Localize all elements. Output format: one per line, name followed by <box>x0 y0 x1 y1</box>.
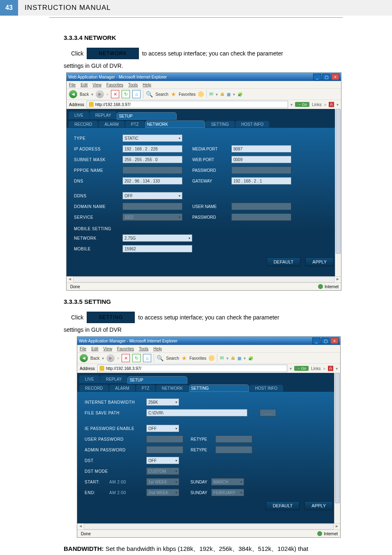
search-icon[interactable]: 🔍 <box>146 91 153 97</box>
mediaport-input[interactable]: 9097 <box>231 145 291 153</box>
address-field-2[interactable]: http://192.168.3.97/ <box>97 365 287 372</box>
dstmode-select[interactable]: CUSTOM▾ <box>146 467 179 475</box>
messenger-icon-2[interactable]: 🧩 <box>248 356 253 361</box>
start-week-select[interactable]: 1st WEEK▾ <box>146 478 179 486</box>
tab-setup-2[interactable]: SETUP <box>127 376 187 384</box>
password2-input[interactable] <box>231 213 291 221</box>
subtab-alarm-2[interactable]: ALARM <box>109 384 135 392</box>
subtab-record-2[interactable]: RECORD <box>79 384 109 392</box>
links-label-2[interactable]: Links <box>311 366 321 371</box>
address-field[interactable]: http://192.168.3.97/ <box>87 101 288 108</box>
subtab-record[interactable]: RECORD <box>68 120 98 128</box>
menu-help-2[interactable]: Help <box>153 347 162 351</box>
home-icon-2[interactable]: ⌂ <box>143 354 151 362</box>
subtab-network[interactable]: NETWORK <box>145 120 205 128</box>
gateway-input[interactable]: 192 . 168 . 2 . 1 <box>231 177 291 185</box>
back-icon-2[interactable]: ◄ <box>80 354 88 362</box>
menu-view[interactable]: View <box>92 83 101 87</box>
start-month-select[interactable]: MARCH▾ <box>211 478 244 486</box>
mobile-port-input[interactable]: 15962 <box>122 245 192 252</box>
service-select[interactable]: 3322▾ <box>122 213 182 221</box>
webport-input[interactable]: 0009 <box>231 156 291 163</box>
menu-help[interactable]: Help <box>143 83 151 87</box>
retype1-input[interactable] <box>215 435 252 443</box>
pppoe-input[interactable] <box>122 166 182 174</box>
scrollbar-h-2[interactable]: ◄► <box>77 523 340 530</box>
mail-icon[interactable]: ✉ <box>209 91 213 97</box>
retype2-input[interactable] <box>215 446 252 453</box>
refresh-icon-2[interactable]: ↻ <box>132 354 141 362</box>
iepassword-select[interactable]: OFF▾ <box>146 425 179 432</box>
edit-icon-2[interactable]: ▦ <box>238 356 241 361</box>
subtab-hostinfo[interactable]: HOST INFO <box>235 120 270 128</box>
subtab-alarm[interactable]: ALARM <box>98 120 125 128</box>
subtab-setting-2[interactable]: SETTING <box>189 384 249 392</box>
print-icon-2[interactable]: 🖶 <box>231 356 235 361</box>
subtab-ptz[interactable]: PTZ <box>125 120 145 128</box>
username-input[interactable] <box>231 203 291 210</box>
password-input[interactable] <box>231 166 291 174</box>
back-icon[interactable]: ◄ <box>69 90 77 98</box>
subtab-ptz-2[interactable]: PTZ <box>136 384 156 392</box>
adobe-icon[interactable]: 🅰 <box>329 102 334 108</box>
userpass-input[interactable] <box>146 435 183 443</box>
apply-button-2[interactable]: APPLY <box>304 501 333 510</box>
history-icon-2[interactable] <box>209 355 214 361</box>
go-button-2[interactable]: → Go <box>294 366 309 371</box>
default-button[interactable]: DEFAULT <box>267 257 301 266</box>
stop-icon[interactable]: ✕ <box>111 90 119 98</box>
browse-button[interactable]: …… <box>260 409 276 416</box>
minimize-icon[interactable]: _ <box>313 74 321 80</box>
history-icon[interactable] <box>198 91 204 97</box>
maximize-icon-2[interactable]: ▢ <box>321 338 330 344</box>
refresh-icon[interactable]: ↻ <box>122 90 130 98</box>
forward-icon-2[interactable]: ► <box>106 354 115 362</box>
bandwidth-select[interactable]: 256K▾ <box>146 398 179 406</box>
apply-button[interactable]: APPLY <box>305 257 334 266</box>
edit-icon[interactable]: ▦ <box>227 92 231 97</box>
domain-input[interactable] <box>122 203 182 210</box>
network-button[interactable]: NETWORK <box>87 48 138 59</box>
messenger-icon[interactable]: 🧩 <box>238 92 242 97</box>
type-select[interactable]: STATIC▾ <box>122 134 182 142</box>
subtab-setting[interactable]: SETTING <box>205 120 235 128</box>
filesave-input[interactable]: C:\DVR\ <box>146 409 247 416</box>
ddns-select[interactable]: OFF▾ <box>122 192 182 199</box>
menu-favorites[interactable]: Favorites <box>106 83 123 87</box>
close-icon[interactable]: × <box>331 74 339 80</box>
default-button-2[interactable]: DEFAULT <box>266 501 300 510</box>
setting-button[interactable]: SETTING <box>87 312 135 323</box>
menu-file[interactable]: File <box>69 83 76 87</box>
menu-tools[interactable]: Tools <box>128 83 138 87</box>
tab-live[interactable]: LIVE <box>68 111 90 120</box>
ip-input[interactable]: 192 . 168 . 2 . 228 <box>122 145 182 153</box>
end-month-select[interactable]: FEBRUARY▾ <box>211 489 244 496</box>
menu-tools-2[interactable]: Tools <box>139 347 148 351</box>
maximize-icon[interactable]: ▢ <box>322 74 330 80</box>
search-icon-2[interactable]: 🔍 <box>157 355 164 361</box>
tab-live-2[interactable]: LIVE <box>79 375 100 384</box>
scrollbar-v-2[interactable] <box>334 373 340 523</box>
favorites-icon-2[interactable]: ★ <box>182 355 187 361</box>
print-icon[interactable]: 🖶 <box>220 92 224 97</box>
adobe-icon-2[interactable]: 🅰 <box>328 365 333 372</box>
mail-icon-2[interactable]: ✉ <box>220 355 224 361</box>
tab-replay[interactable]: REPLAY <box>89 111 118 120</box>
links-label[interactable]: Links <box>312 102 321 107</box>
tab-replay-2[interactable]: REPLAY <box>100 375 128 384</box>
menu-file-2[interactable]: File <box>80 347 86 351</box>
minimize-icon-2[interactable]: _ <box>312 338 321 344</box>
dns-input[interactable]: 202 . 96 . 134 . 133 <box>122 177 182 185</box>
nw-select[interactable]: 2.75G▾ <box>122 234 192 242</box>
menu-favorites-2[interactable]: Favorites <box>117 347 134 351</box>
go-button[interactable]: → Go <box>295 102 310 107</box>
menu-edit[interactable]: Edit <box>81 83 88 87</box>
scrollbar-v[interactable] <box>335 109 341 276</box>
subtab-hostinfo-2[interactable]: HOST INFO <box>249 384 284 392</box>
favorites-icon[interactable]: ★ <box>171 91 176 97</box>
adminpass-input[interactable] <box>146 446 183 453</box>
forward-icon[interactable]: ► <box>96 90 104 98</box>
scrollbar-h[interactable]: ◄► <box>67 276 341 282</box>
close-icon-2[interactable]: × <box>330 338 339 344</box>
dst-select[interactable]: OFF▾ <box>146 457 179 464</box>
